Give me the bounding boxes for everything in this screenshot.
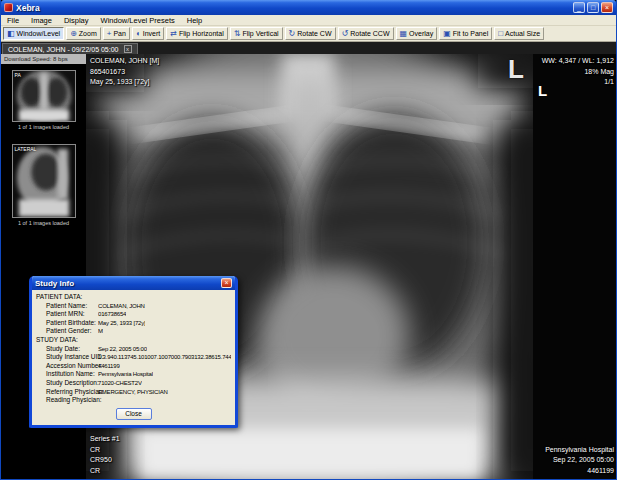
fit-to-panel-button[interactable]: ▣ Fit to Panel — [439, 27, 492, 40]
series-overlay: Series #1 CR CR950 CR — [90, 434, 120, 476]
institution-name-row: Institution Name: Pennsylvania Hospital — [36, 370, 231, 379]
xebra-window: Xebra _ □ × File Image Display Window/Le… — [0, 0, 617, 480]
patient-mrn-value: 016738654 — [98, 310, 126, 319]
magnification-value: 18% Mag — [542, 67, 614, 78]
menu-window-level-presets[interactable]: Window/Level Presets — [95, 15, 181, 25]
series-number-overlay: Series #1 — [90, 434, 120, 445]
patient-birthdate-overlay: May 25, 1933 [72y] — [90, 77, 159, 88]
thumbnail-lateral-image — [13, 145, 75, 217]
actual-size-label: Actual Size — [505, 30, 540, 37]
patient-overlay: COLEMAN, JOHN [M] 865401673 May 25, 1933… — [90, 56, 159, 88]
patient-mrn-row: Patient MRN: 016738654 — [36, 310, 231, 319]
dialog-close-button[interactable]: Close — [116, 408, 152, 420]
download-speed-label: Download Speed: 8 bps — [1, 54, 86, 64]
zoom-label: Zoom — [79, 30, 97, 37]
invert-label: Invert — [143, 30, 161, 37]
pan-icon: + — [107, 30, 112, 38]
rotate-ccw-button[interactable]: ↺ Rotate CCW — [338, 27, 394, 40]
overlay-button[interactable]: ▦ Overlay — [396, 27, 438, 40]
zoom-icon: ⊕ — [70, 30, 77, 38]
reading-physician-row: Reading Physician: — [36, 396, 231, 405]
ww-wl-value: WW: 4,347 / WL: 1,912 — [542, 56, 614, 67]
thumbnail-lateral[interactable]: LATERAL — [12, 144, 76, 218]
device-overlay: CR950 — [90, 455, 120, 466]
overlay-label: Overlay — [409, 30, 433, 37]
study-uid-value: 1.3.940.113745.101007.1007000.7903132.38… — [98, 353, 231, 362]
rotate-cw-label: Rotate CW — [297, 30, 331, 37]
rotate-ccw-label: Rotate CCW — [350, 30, 389, 37]
study-info-titlebar[interactable]: Study Info × — [32, 276, 235, 290]
study-description-label: Study Description: — [36, 379, 98, 388]
window-level-icon: ◧ — [7, 30, 15, 38]
tab-label: COLEMAN, JOHN - 09/22/05 05:00 — [8, 46, 119, 53]
menu-image[interactable]: Image — [25, 15, 58, 25]
fit-to-panel-icon: ▣ — [443, 30, 451, 38]
referring-physician-value: EMERGENCY, PHYSICIAN — [98, 388, 168, 397]
patient-mrn-label: Patient MRN: — [36, 310, 98, 319]
window-title: Xebra — [16, 3, 573, 13]
flip-horizontal-button[interactable]: ⇄ Flip Horizontal — [166, 27, 227, 40]
fit-to-panel-label: Fit to Panel — [453, 30, 488, 37]
menu-bar: File Image Display Window/Level Presets … — [1, 15, 616, 26]
patient-gender-row: Patient Gender: M — [36, 327, 231, 336]
menu-display[interactable]: Display — [58, 15, 95, 25]
accession-number-label: Accession Number: — [36, 362, 98, 371]
study-uid-label: Study Instance UID: — [36, 353, 98, 362]
thumbnail-pa[interactable]: PA — [12, 70, 76, 122]
patient-birthdate-value: May 25, 1933 [72y] — [98, 319, 145, 328]
patient-name-value: COLEMAN, JOHN — [98, 302, 145, 311]
toolbar: ◧ Window/Level ⊕ Zoom + Pan ◐ Invert ⇄ F… — [1, 26, 616, 42]
flip-vertical-label: Flip Vertical — [242, 30, 278, 37]
app-icon — [4, 3, 13, 12]
close-icon[interactable]: × — [601, 2, 613, 13]
institution-overlay: Pennsylvania Hospital Sep 22, 2005 05:00… — [545, 445, 614, 477]
modality-overlay-2: CR — [90, 466, 120, 477]
orientation-marker-left-outline: L — [508, 54, 524, 85]
minimize-icon[interactable]: _ — [573, 2, 585, 13]
accession-number-row: Accession Number: 4461199 — [36, 362, 231, 371]
actual-size-button[interactable]: □ Actual Size — [494, 27, 544, 40]
window-level-overlay: WW: 4,347 / WL: 1,912 18% Mag 1/1 — [542, 56, 614, 88]
image-count-value: 1/1 — [542, 77, 614, 88]
zoom-button[interactable]: ⊕ Zoom — [66, 27, 101, 40]
pan-button[interactable]: + Pan — [103, 27, 130, 40]
study-info-title: Study Info — [35, 279, 221, 288]
institution-name-label: Institution Name: — [36, 370, 98, 379]
rotate-cw-icon: ↻ — [289, 30, 296, 38]
patient-birthdate-row: Patient Birthdate: May 25, 1933 [72y] — [36, 319, 231, 328]
actual-size-icon: □ — [498, 30, 503, 38]
flip-vertical-icon: ⇅ — [234, 30, 241, 38]
modality-overlay: CR — [90, 445, 120, 456]
tab-study[interactable]: COLEMAN, JOHN - 09/22/05 05:00 x — [2, 43, 138, 54]
menu-file[interactable]: File — [1, 15, 25, 25]
flip-vertical-button[interactable]: ⇅ Flip Vertical — [230, 27, 283, 40]
study-description-row: Study Description: 71020-CHEST2V — [36, 379, 231, 388]
maximize-icon[interactable]: □ — [587, 2, 599, 13]
accession-number-value: 4461199 — [98, 362, 120, 371]
thumbnail-pa-status: 1 of 1 images loaded — [1, 124, 86, 130]
study-info-dialog: Study Info × PATIENT DATA: Patient Name:… — [29, 276, 238, 428]
dialog-close-icon[interactable]: × — [221, 278, 232, 288]
study-date-overlay: Sep 22, 2005 05:00 — [545, 455, 614, 466]
study-date-value: Sep 22, 2005 05:00 — [98, 345, 147, 354]
overlay-icon: ▦ — [400, 30, 408, 38]
tab-close-icon[interactable]: x — [124, 45, 132, 53]
invert-icon: ◐ — [136, 30, 141, 38]
window-level-label: Window/Level — [17, 30, 61, 37]
rotate-cw-button[interactable]: ↻ Rotate CW — [285, 27, 336, 40]
window-titlebar[interactable]: Xebra _ □ × — [1, 0, 616, 15]
flip-horizontal-label: Flip Horizontal — [179, 30, 224, 37]
menu-help[interactable]: Help — [181, 15, 208, 25]
study-date-label: Study Date: — [36, 345, 98, 354]
rotate-ccw-icon: ↺ — [342, 30, 349, 38]
thumbnail-lateral-marker: LATERAL — [15, 146, 37, 152]
pan-label: Pan — [113, 30, 125, 37]
reading-physician-label: Reading Physician: — [36, 396, 98, 405]
thumbnail-lateral-status: 1 of 1 images loaded — [1, 220, 86, 226]
invert-button[interactable]: ◐ Invert — [132, 27, 164, 40]
window-level-button[interactable]: ◧ Window/Level — [3, 27, 64, 40]
institution-name-value: Pennsylvania Hospital — [98, 370, 153, 379]
patient-name-row: Patient Name: COLEMAN, JOHN — [36, 302, 231, 311]
window-controls: _ □ × — [573, 2, 613, 13]
referring-physician-label: Referring Physician: — [36, 388, 98, 397]
